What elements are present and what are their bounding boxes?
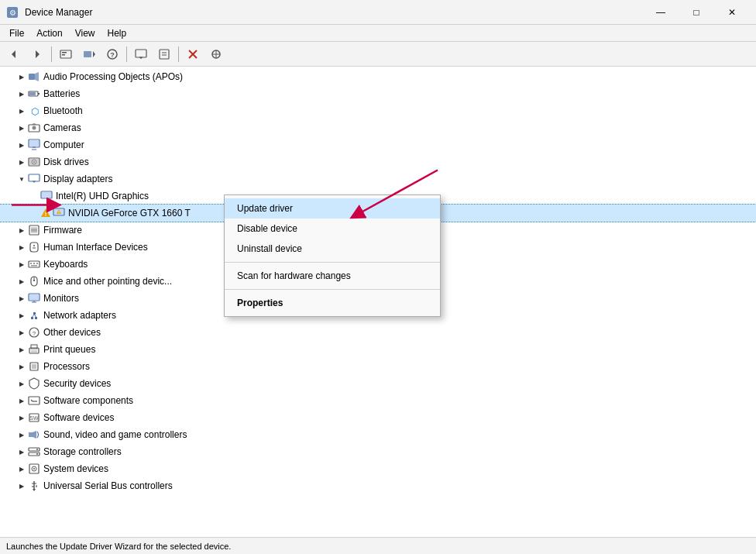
menu-action[interactable]: Action bbox=[30, 26, 68, 40]
svg-rect-7 bbox=[84, 51, 91, 57]
expand-computer[interactable]: ▶ bbox=[15, 139, 28, 151]
icon-other-devices: ? bbox=[28, 326, 40, 339]
toolbar-separator-1 bbox=[51, 46, 52, 62]
expand-usb-controllers[interactable]: ▶ bbox=[15, 480, 28, 492]
scan-button[interactable] bbox=[205, 44, 227, 64]
svg-point-29 bbox=[33, 126, 36, 130]
svg-line-72 bbox=[33, 315, 35, 317]
tree-item-other-devices[interactable]: ▶?Other devices bbox=[0, 324, 756, 341]
icon-system-devices bbox=[28, 463, 40, 475]
expand-processors[interactable]: ▶ bbox=[15, 360, 28, 373]
label-sound: Sound, video and game controllers bbox=[43, 429, 187, 440]
expand-firmware[interactable]: ▶ bbox=[15, 224, 28, 236]
expand-mice[interactable]: ▶ bbox=[15, 275, 28, 287]
svg-rect-32 bbox=[29, 140, 39, 146]
expand-security-devices[interactable]: ▶ bbox=[15, 377, 28, 390]
svg-rect-59 bbox=[33, 263, 35, 264]
tree-item-cameras[interactable]: ▶Cameras bbox=[0, 119, 756, 136]
expand-monitors[interactable]: ▶ bbox=[15, 292, 28, 305]
icon-computer bbox=[28, 139, 40, 151]
svg-marker-8 bbox=[93, 51, 95, 57]
tree-item-storage-controllers[interactable]: ▶Storage controllers bbox=[0, 443, 756, 460]
remove-button[interactable] bbox=[182, 44, 204, 64]
maximize-button[interactable]: □ bbox=[679, 0, 714, 25]
ctx-properties[interactable]: Properties bbox=[225, 293, 440, 313]
label-security-devices: Security devices bbox=[43, 378, 111, 389]
expand-keyboards[interactable]: ▶ bbox=[15, 258, 28, 270]
expand-software-components[interactable]: ▶ bbox=[15, 394, 28, 407]
tree-item-audio-processing[interactable]: ▶Audio Processing Objects (APOs) bbox=[0, 68, 756, 85]
svg-text:?: ? bbox=[33, 330, 36, 337]
svg-rect-60 bbox=[36, 263, 38, 264]
icon-usb-controllers bbox=[28, 480, 40, 492]
label-mice: Mice and other pointing devic... bbox=[43, 276, 172, 287]
icon-display-adapters bbox=[28, 173, 40, 185]
expand-sound[interactable]: ▶ bbox=[15, 428, 28, 441]
label-monitors: Monitors bbox=[43, 293, 79, 304]
svg-rect-71 bbox=[33, 312, 36, 315]
svg-rect-14 bbox=[160, 50, 169, 59]
svg-point-94 bbox=[33, 468, 35, 470]
expand-hid[interactable]: ▶ bbox=[15, 241, 28, 253]
minimize-button[interactable]: — bbox=[643, 0, 679, 25]
device-manager-button[interactable] bbox=[153, 44, 175, 64]
toolbar: ? bbox=[0, 42, 756, 67]
tree-item-software-components[interactable]: ▶Software components bbox=[0, 392, 756, 409]
label-nvidia-gtx: NVIDIA GeForce GTX 1660 T bbox=[68, 208, 191, 219]
tree-item-print-queues[interactable]: ▶Print queues bbox=[0, 341, 756, 358]
tree-item-sound[interactable]: ▶Sound, video and game controllers bbox=[0, 426, 756, 443]
expand-system-devices[interactable]: ▶ bbox=[15, 463, 28, 475]
close-button[interactable]: ✕ bbox=[714, 0, 750, 25]
menu-help[interactable]: Help bbox=[101, 26, 133, 40]
ctx-update-driver[interactable]: Update driver bbox=[225, 198, 440, 219]
icon-software-components bbox=[28, 394, 40, 407]
ctx-scan-hardware[interactable]: Scan for hardware changes bbox=[225, 266, 440, 286]
expand-cameras[interactable]: ▶ bbox=[15, 122, 28, 134]
tree-item-bluetooth[interactable]: ▶⬡Bluetooth bbox=[0, 102, 756, 119]
tree-item-display-adapters[interactable]: ▼Display adapters bbox=[0, 170, 756, 188]
expand-display-adapters[interactable]: ▼ bbox=[15, 173, 28, 185]
ctx-uninstall-device[interactable]: Uninstall device bbox=[225, 239, 440, 259]
menu-file[interactable]: File bbox=[3, 26, 30, 40]
tree-item-usb-controllers[interactable]: ▶Universal Serial Bus controllers bbox=[0, 477, 756, 494]
expand-disk-drives[interactable]: ▶ bbox=[15, 156, 28, 168]
display-button[interactable] bbox=[130, 44, 152, 64]
back-button[interactable] bbox=[3, 44, 25, 64]
label-audio-processing: Audio Processing Objects (APOs) bbox=[43, 71, 183, 82]
tree-item-security-devices[interactable]: ▶Security devices bbox=[0, 375, 756, 392]
expand-other-devices[interactable]: ▶ bbox=[15, 326, 28, 339]
svg-rect-80 bbox=[32, 364, 36, 369]
tree-item-batteries[interactable]: ▶Batteries bbox=[0, 85, 756, 102]
svg-text:SW: SW bbox=[29, 415, 39, 421]
label-bluetooth: Bluetooth bbox=[43, 105, 83, 116]
tree-item-processors[interactable]: ▶Processors bbox=[0, 358, 756, 375]
forward-button[interactable] bbox=[26, 44, 48, 64]
svg-marker-2 bbox=[12, 50, 15, 58]
expand-bluetooth[interactable]: ▶ bbox=[15, 105, 28, 117]
expand-batteries[interactable]: ▶ bbox=[15, 88, 28, 100]
tree-item-computer[interactable]: ▶Computer bbox=[0, 136, 756, 153]
svg-rect-54 bbox=[30, 243, 38, 252]
svg-rect-70 bbox=[35, 317, 37, 319]
svg-rect-5 bbox=[62, 52, 67, 53]
icon-intel-uhd bbox=[40, 190, 53, 202]
tree-item-system-devices[interactable]: ▶System devices bbox=[0, 460, 756, 477]
expand-network-adapters[interactable]: ▶ bbox=[15, 309, 28, 322]
expand-print-queues[interactable]: ▶ bbox=[15, 343, 28, 356]
tree-item-software-devices[interactable]: ▶SWSoftware devices bbox=[0, 409, 756, 426]
icon-software-devices: SW bbox=[28, 411, 40, 424]
update-driver-button[interactable] bbox=[78, 44, 100, 64]
ctx-disable-device[interactable]: Disable device bbox=[225, 219, 440, 239]
expand-storage-controllers[interactable]: ▶ bbox=[15, 446, 28, 458]
tree-item-disk-drives[interactable]: ▶Disk drives bbox=[0, 153, 756, 170]
svg-line-73 bbox=[35, 315, 36, 317]
svg-rect-61 bbox=[31, 265, 37, 267]
window-title: Device Manager bbox=[25, 7, 643, 18]
label-cameras: Cameras bbox=[43, 122, 81, 133]
help-button[interactable]: ? bbox=[101, 44, 123, 64]
menu-view[interactable]: View bbox=[69, 26, 101, 40]
expand-software-devices[interactable]: ▶ bbox=[15, 411, 28, 424]
svg-marker-23 bbox=[35, 72, 39, 81]
expand-audio-processing[interactable]: ▶ bbox=[15, 71, 28, 83]
properties-button[interactable] bbox=[55, 44, 77, 64]
